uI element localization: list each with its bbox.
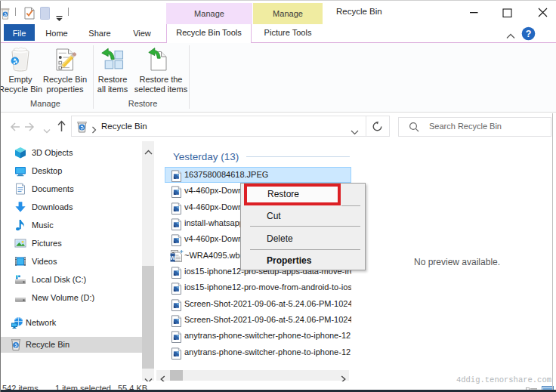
svg-text:W: W: [170, 255, 176, 261]
svg-text:?: ?: [526, 29, 532, 39]
